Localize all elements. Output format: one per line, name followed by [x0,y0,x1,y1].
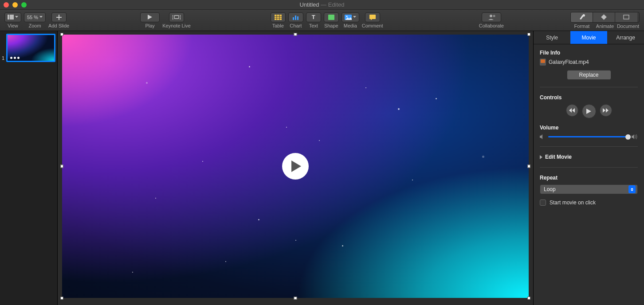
window-title: Untitled — Edited [0,1,644,8]
resize-handle-mr[interactable] [527,165,530,168]
movie-object[interactable] [62,35,529,298]
comment-icon [369,15,376,20]
slide-thumbnail-row[interactable]: 1 [2,34,55,62]
add-slide-label: Add Slide [48,23,69,28]
comment-label: Comment [362,23,383,28]
resize-handle-tc[interactable] [294,33,297,36]
view-button[interactable] [4,12,21,22]
tab-style[interactable]: Style [534,31,570,44]
svg-rect-19 [624,15,629,19]
divider [540,146,638,147]
shape-icon [328,15,334,20]
toolbar: View 55 % Zoom Add Slide [0,10,644,31]
inspector-panel: Style Movie Arrange File Info GalaxyFloa… [533,31,644,305]
inspector-mode-segmented [570,12,640,23]
fast-forward-button[interactable] [600,104,612,117]
chart-icon [292,15,299,20]
play-label: Play [145,23,154,28]
chart-button[interactable] [288,12,303,22]
svg-point-16 [493,15,495,17]
svg-rect-2 [174,16,179,19]
document-edited-indicator: — Edited [319,1,344,8]
svg-rect-8 [293,17,294,20]
document-title: Untitled [299,1,319,8]
animate-diamond-icon [601,14,607,20]
speaker-low-icon [540,134,545,139]
edit-movie-disclosure[interactable]: Edit Movie [540,154,638,160]
canvas-area[interactable] [58,31,533,305]
repeat-select[interactable]: Loop [540,184,638,194]
minimize-window-button[interactable] [12,2,18,8]
media-label: Media [344,23,357,28]
resize-handle-bc[interactable] [294,297,297,300]
close-window-button[interactable] [4,2,9,8]
play-button[interactable] [140,12,160,22]
chevron-right-icon [540,155,542,159]
resize-handle-tr[interactable] [527,33,530,36]
add-slide-button[interactable] [51,12,67,22]
tab-movie[interactable]: Movie [570,31,607,44]
volume-heading: Volume [540,125,638,131]
resize-handle-tl[interactable] [60,33,63,36]
select-stepper-icon [628,185,636,193]
controls-heading: Controls [540,94,638,101]
rewind-button[interactable] [566,104,578,117]
table-label: Table [272,23,284,28]
fast-forward-icon [603,108,609,113]
keynote-live-button[interactable] [169,12,184,22]
table-button[interactable] [271,12,286,22]
rewind-icon [569,108,575,113]
shape-button[interactable] [324,12,339,22]
file-info-row: GalaxyFloat.mp4 [540,59,638,66]
fullscreen-window-button[interactable] [21,2,27,8]
svg-rect-18 [601,14,607,20]
text-button[interactable]: T [306,12,321,22]
collaborate-button[interactable] [482,12,501,22]
document-page-icon [623,15,629,20]
format-label: Format [570,23,593,29]
resize-handle-ml[interactable] [60,165,63,168]
divider [540,167,638,168]
view-label: View [8,23,18,28]
file-name: GalaxyFloat.mp4 [549,59,589,65]
document-tab-button[interactable] [615,12,637,22]
chart-label: Chart [290,23,302,28]
svg-rect-9 [295,16,296,20]
repeat-value: Loop [544,186,556,192]
shape-label: Shape [324,23,338,28]
chevron-down-icon [39,16,43,18]
repeat-heading: Repeat [540,175,638,181]
replace-button[interactable]: Replace [567,70,611,80]
navigator-icon [8,15,14,20]
collaborate-label: Collaborate [479,23,504,28]
slide-number: 1 [2,55,4,62]
keynote-live-label: Keynote Live [162,23,191,28]
slide-thumbnail[interactable] [6,34,55,62]
media-button[interactable] [342,12,359,22]
play-pause-button[interactable] [582,104,596,118]
edit-movie-label: Edit Movie [545,154,572,160]
resize-handle-br[interactable] [527,297,530,300]
zoom-button[interactable]: 55 % [24,12,46,22]
document-label: Document [617,23,640,29]
play-icon [586,109,591,114]
svg-rect-3 [275,15,282,20]
play-overlay-button[interactable] [282,153,309,180]
start-on-click-checkbox[interactable] [540,199,546,206]
volume-slider-thumb[interactable] [625,134,631,140]
play-icon [290,160,301,172]
slide-navigator[interactable]: 1 [0,31,58,305]
format-tab-button[interactable] [571,12,593,22]
volume-slider[interactable] [548,136,628,137]
svg-point-13 [346,16,347,17]
svg-rect-1 [10,15,14,20]
animate-tab-button[interactable] [593,12,615,22]
tab-arrange[interactable]: Arrange [607,31,644,44]
svg-rect-11 [328,15,334,20]
comment-button[interactable] [365,12,380,22]
resize-handle-bl[interactable] [60,297,63,300]
main-area: 1 [0,31,644,305]
inspector-body: File Info GalaxyFloat.mp4 Replace Contro… [534,44,644,211]
inspector-tabs: Style Movie Arrange [534,31,644,44]
media-icon [345,15,352,20]
